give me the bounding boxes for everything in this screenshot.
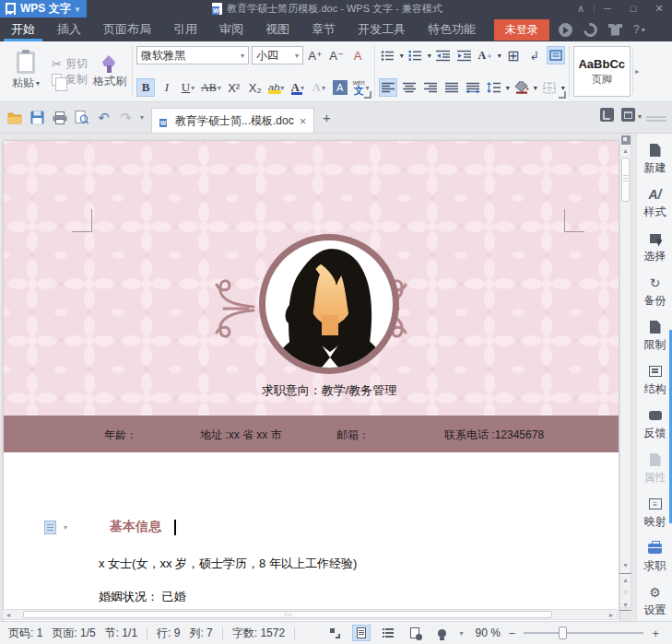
avatar[interactable]	[259, 234, 399, 374]
close-button[interactable]: ✕	[646, 0, 672, 18]
tab-home[interactable]: 开始	[0, 18, 46, 41]
fullscreen-view-button[interactable]	[325, 625, 344, 641]
superscript-button[interactable]: X²	[225, 78, 243, 97]
next-page-button[interactable]: ▾	[619, 599, 631, 611]
text-effect-button[interactable]: A▾	[310, 78, 328, 97]
scroll-right-arrow[interactable]: ▸	[606, 611, 617, 619]
tab-close-button[interactable]: ×	[300, 114, 307, 128]
sidebar-item-styles[interactable]: A/ 样式	[637, 187, 672, 220]
underline-button[interactable]: U▾	[179, 78, 197, 97]
print-button[interactable]	[52, 110, 67, 125]
web-layout-button[interactable]	[406, 625, 424, 641]
text-tool-caret-icon[interactable]: ▾	[498, 52, 501, 60]
new-tab-button[interactable]: +	[314, 106, 338, 130]
wps-menu-button[interactable]: WPS 文字 ▾	[0, 0, 87, 18]
distribute-button[interactable]	[464, 78, 482, 97]
redo-button[interactable]: ↷	[118, 110, 134, 125]
font-name-combo[interactable]: 微软雅黑 ▾	[136, 46, 249, 64]
minimize-button[interactable]: ─	[595, 0, 620, 18]
bold-button[interactable]: B	[136, 78, 155, 97]
strikethrough-button[interactable]: AB▾	[200, 78, 222, 97]
text-frame-button[interactable]	[547, 46, 565, 64]
numbering-button[interactable]	[407, 46, 425, 64]
document-page[interactable]: 求职意向：教学/教务管理 年龄： 地址 :xx 省 xx 市 邮箱： 联系电话 …	[4, 141, 619, 621]
zoom-out-button[interactable]: −	[509, 626, 516, 640]
tab-references[interactable]: 引用	[162, 18, 208, 41]
scroll-down-arrow[interactable]: ▾	[619, 559, 631, 571]
sidebar-item-new[interactable]: 新建	[637, 143, 672, 176]
line-spacing-caret-icon[interactable]: ▾	[506, 84, 510, 92]
sidebar-item-job[interactable]: 求职	[637, 541, 672, 574]
document-tab-active[interactable]: W 教育学硕士简...模板.doc ×	[151, 108, 314, 133]
scroll-up-arrow[interactable]: ▴	[620, 146, 631, 155]
justify-button[interactable]	[442, 78, 461, 97]
undo-history-caret-icon[interactable]: ▾	[140, 113, 144, 122]
sidebar-item-settings[interactable]: ⚙ 设置	[637, 585, 672, 618]
tab-developer[interactable]: 开发工具	[347, 18, 417, 41]
tab-section[interactable]: 章节	[301, 18, 347, 41]
paragraph-dialog-launcher[interactable]	[559, 91, 566, 99]
subscript-button[interactable]: X₂	[246, 78, 265, 97]
char-shading-button[interactable]: A	[331, 78, 349, 97]
increase-indent-button[interactable]	[455, 46, 474, 64]
shrink-font-button[interactable]: A⁻	[327, 46, 346, 64]
docer-icon[interactable]	[581, 20, 600, 40]
tab-list-icon[interactable]	[600, 108, 614, 122]
style-mark-caret-icon[interactable]: ▾	[64, 523, 67, 532]
style-mark-icon[interactable]	[44, 521, 56, 534]
open-file-button[interactable]	[7, 110, 23, 125]
highlight-button[interactable]: ab▾	[267, 78, 286, 97]
status-word-count[interactable]: 字数: 1572	[232, 626, 285, 641]
sidebar-item-mapping[interactable]: ≡ 映射	[637, 497, 672, 530]
shading-caret-icon[interactable]: ▾	[534, 84, 537, 92]
print-preview-button[interactable]	[74, 110, 89, 125]
scroll-left-arrow[interactable]: ◂	[3, 611, 14, 619]
tab-review[interactable]: 审阅	[208, 18, 254, 41]
vertical-scrollbar[interactable]: ▴	[619, 134, 631, 608]
horizontal-scrollbar[interactable]: ◂ ▸	[2, 609, 618, 620]
vertical-scroll-thumb[interactable]	[621, 158, 630, 202]
sidebar-item-restrict[interactable]: 限制	[637, 320, 672, 353]
horizontal-scroll-thumb[interactable]	[23, 611, 552, 618]
align-center-button[interactable]	[400, 78, 419, 97]
maximize-button[interactable]: □	[620, 0, 646, 18]
undo-button[interactable]: ↶	[96, 110, 112, 125]
outline-view-button[interactable]	[379, 625, 397, 641]
reading-layout-icon[interactable]	[621, 135, 631, 145]
font-dialog-launcher[interactable]	[364, 91, 371, 99]
login-button[interactable]: 未登录	[494, 19, 549, 41]
line-spacing-button[interactable]	[485, 78, 503, 97]
help-button[interactable]: ? ▾	[633, 23, 645, 36]
italic-button[interactable]: I	[158, 78, 176, 97]
bullets-caret-icon[interactable]: ▾	[400, 52, 404, 60]
font-size-combo[interactable]: 小四 ▾	[252, 46, 303, 64]
text-tool-button[interactable]: A＋	[477, 46, 495, 64]
zoom-percentage[interactable]: 90 %	[475, 626, 500, 639]
clear-format-button[interactable]: A	[348, 46, 367, 64]
font-color-button[interactable]: A▾	[289, 78, 307, 97]
bullets-button[interactable]	[379, 46, 397, 64]
numbering-caret-icon[interactable]: ▾	[428, 52, 431, 60]
skin-theme-icon[interactable]	[608, 24, 622, 36]
format-painter-button[interactable]: 格式刷	[93, 52, 126, 91]
sidebar-item-backup[interactable]: ↻ 备份	[637, 275, 672, 309]
wpp-play-icon[interactable]	[559, 23, 572, 37]
tab-insert[interactable]: 插入	[46, 18, 92, 41]
style-gallery-more-button[interactable]: ▸	[632, 49, 642, 94]
select-browse-object-button[interactable]: ○	[619, 586, 631, 598]
page-view-button[interactable]	[352, 625, 371, 641]
zoom-in-button[interactable]: +	[652, 626, 659, 640]
previous-page-button[interactable]: ▴	[619, 573, 631, 585]
sidebar-item-select[interactable]: 选择	[637, 231, 672, 264]
window-switch-icon[interactable]: ▾	[621, 108, 635, 122]
tab-special-features[interactable]: 特色功能	[417, 18, 487, 41]
wrap-mark-button[interactable]: ↲	[525, 46, 544, 64]
align-left-button[interactable]	[379, 78, 397, 97]
eye-protect-caret-icon[interactable]: ▾	[459, 629, 463, 638]
tab-view[interactable]: 视图	[254, 18, 301, 41]
copy-button[interactable]: 复制	[52, 72, 88, 88]
insert-table-icon[interactable]: ⊞	[504, 46, 523, 64]
save-button[interactable]	[29, 110, 45, 125]
grow-font-button[interactable]: A⁺	[306, 46, 324, 64]
cut-button[interactable]: ✂ 剪切	[52, 56, 88, 72]
